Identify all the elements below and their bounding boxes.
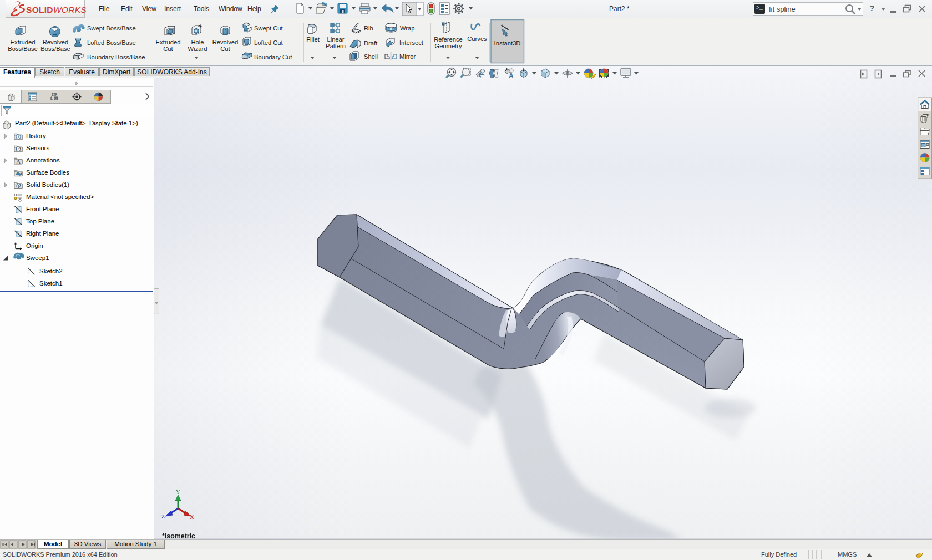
svg-text:Wrap: Wrap [400, 25, 415, 32]
svg-text:Extruded: Extruded [11, 39, 36, 45]
svg-text:Y: Y [176, 489, 180, 495]
svg-text:Fillet: Fillet [306, 36, 320, 43]
svg-text:A: A [16, 159, 21, 165]
svg-text:Lofted Boss/Base: Lofted Boss/Base [87, 39, 136, 46]
svg-text:Shell: Shell [364, 53, 378, 60]
svg-text:Cut: Cut [220, 45, 230, 52]
svg-text:Reference: Reference [434, 36, 463, 43]
svg-text:Hole: Hole [191, 39, 204, 45]
svg-text:Z: Z [161, 513, 165, 520]
svg-text:3D: 3D [389, 27, 394, 31]
svg-text:Draft: Draft [364, 40, 378, 47]
svg-text:Lofted Cut: Lofted Cut [254, 39, 283, 46]
svg-text:Boundary Cut: Boundary Cut [254, 54, 292, 60]
svg-text:Mirror: Mirror [399, 53, 416, 60]
svg-text:*Isometric: *Isometric [162, 532, 195, 540]
svg-text:Revolved: Revolved [212, 39, 239, 45]
svg-text:Geometry: Geometry [434, 43, 462, 49]
svg-text:Curves: Curves [467, 35, 487, 42]
svg-text:Instant3D: Instant3D [494, 40, 521, 47]
svg-text:Wizard: Wizard [188, 45, 207, 52]
svg-text:X: X [190, 514, 194, 520]
svg-text:Boundary Boss/Base: Boundary Boss/Base [87, 54, 145, 60]
svg-text:Swept Boss/Base: Swept Boss/Base [87, 25, 136, 32]
svg-text:Pattern: Pattern [326, 43, 346, 49]
svg-text:Rib: Rib [364, 25, 373, 32]
svg-text:Intersect: Intersect [399, 39, 424, 46]
svg-text:Cut: Cut [163, 45, 173, 52]
svg-text:Extruded: Extruded [156, 39, 181, 45]
svg-text:Revolved: Revolved [43, 39, 69, 45]
svg-text:Linear: Linear [327, 36, 344, 43]
svg-text:Swept Cut: Swept Cut [254, 25, 283, 32]
svg-text:Boss/Base: Boss/Base [40, 45, 70, 52]
svg-text:A: A [509, 72, 514, 80]
svg-text:Boss/Base: Boss/Base [8, 45, 37, 52]
